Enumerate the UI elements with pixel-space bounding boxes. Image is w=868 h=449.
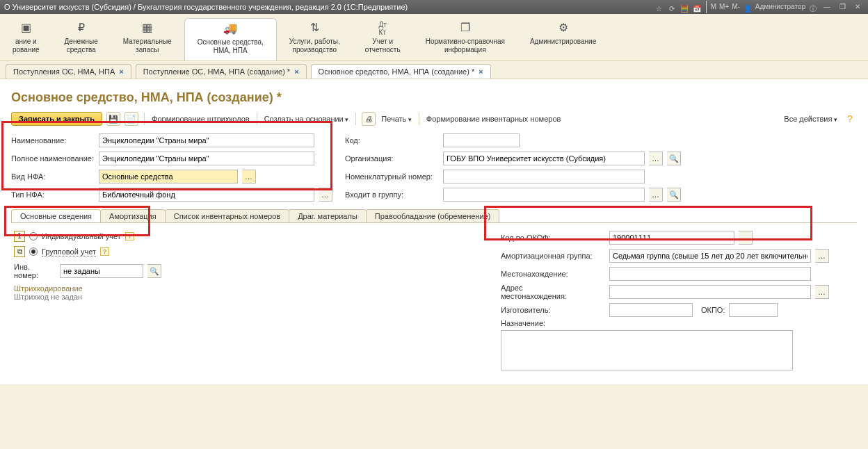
- label-fullname: Полное наименование:: [11, 154, 95, 163]
- barcode-button[interactable]: Формирование штрихкодов: [150, 113, 251, 124]
- inner-tabs: Основные сведения Амортизация Список инв…: [11, 209, 857, 223]
- user-name[interactable]: Администратор: [755, 0, 805, 14]
- address-input[interactable]: [609, 285, 811, 299]
- ellipsis-button[interactable]: …: [739, 231, 753, 245]
- location-input[interactable]: [609, 267, 811, 281]
- label-tip-nfa: Тип НФА:: [11, 190, 95, 199]
- close-icon[interactable]: ×: [119, 67, 123, 76]
- doc-tab-0[interactable]: Поступления ОС, НМА, НПА×: [6, 64, 131, 79]
- ellipsis-button[interactable]: …: [649, 188, 663, 202]
- memory-mminus[interactable]: M-: [732, 0, 740, 14]
- calculator-icon[interactable]: 🧮: [680, 2, 689, 12]
- label-address: Адрес местонахождения:: [501, 284, 605, 300]
- help-icon[interactable]: ?: [125, 232, 135, 240]
- document-tabs: Поступления ОС, НМА, НПА× Поступление ОС…: [0, 61, 868, 79]
- ellipsis-button[interactable]: …: [815, 285, 829, 299]
- code-input[interactable]: [443, 133, 520, 147]
- module-cash[interactable]: ₽Денежные средства: [52, 18, 111, 60]
- search-icon[interactable]: 🔍: [147, 264, 161, 278]
- save-close-button[interactable]: Записать и закрыть: [11, 112, 102, 126]
- radio-group[interactable]: [29, 247, 38, 256]
- label-location: Местонахождение:: [501, 270, 605, 278]
- calendar-icon[interactable]: 📅: [692, 2, 702, 12]
- label-individual: Индивидуальный учет: [42, 232, 121, 240]
- user-icon: 👤: [743, 2, 753, 12]
- radio-individual[interactable]: [29, 232, 38, 240]
- label-vid-nfa: Вид НФА:: [11, 172, 95, 181]
- memory-m[interactable]: M: [711, 0, 716, 14]
- vid-nfa-input[interactable]: [99, 170, 238, 183]
- ellipsis-button[interactable]: …: [319, 188, 332, 202]
- doc-tab-1[interactable]: Поступление ОС, НМА, НПА (создание) *×: [136, 64, 307, 79]
- inv-num-input[interactable]: [60, 264, 143, 278]
- label-group[interactable]: Групповой учет: [42, 247, 96, 256]
- all-actions-button[interactable]: Все действия: [782, 113, 839, 124]
- tip-nfa-input[interactable]: [99, 188, 314, 202]
- nomen-input[interactable]: [443, 170, 645, 183]
- inv-numbers-button[interactable]: Формирование инвентарных номеров: [425, 113, 563, 124]
- ellipsis-button[interactable]: …: [815, 249, 829, 263]
- ellipsis-button[interactable]: …: [649, 152, 663, 165]
- barcoding-title: Штрихкодирование: [14, 284, 250, 293]
- modules-toolbar: ▣ание и рование ₽Денежные средства ▦Мате…: [0, 14, 868, 61]
- create-on-basis-button[interactable]: Создать на основании: [263, 113, 351, 124]
- minimize-button[interactable]: —: [821, 0, 833, 14]
- org-input[interactable]: [443, 152, 645, 165]
- label-okpo: ОКПО:: [701, 306, 725, 314]
- close-window-button[interactable]: ✕: [851, 0, 864, 14]
- window-title: О Университет искусств (Субсидия) / Бухг…: [4, 0, 408, 14]
- maximize-button[interactable]: ❐: [836, 0, 849, 14]
- help-icon[interactable]: ?: [843, 112, 857, 126]
- ellipsis-button[interactable]: …: [242, 170, 256, 183]
- page-title: Основное средство, НМА, НПА (создание) *: [11, 90, 857, 105]
- maker-input[interactable]: [609, 303, 693, 317]
- module-fixed-assets[interactable]: 🚚Основные средства, НМА, НПА: [184, 18, 277, 60]
- mode-group-icon: ⧉: [14, 246, 25, 257]
- close-icon[interactable]: ×: [294, 67, 298, 76]
- tab-rights[interactable]: Правообладание (обременение): [366, 209, 500, 222]
- history-icon[interactable]: ⟳: [667, 2, 677, 12]
- label-maker: Изготовитель:: [501, 306, 605, 314]
- label-okof: Код по ОКОФ:: [501, 234, 605, 242]
- okpo-input[interactable]: [729, 303, 778, 317]
- favorite-icon[interactable]: ☆: [654, 2, 664, 12]
- label-nomen: Номенклатурный номер:: [345, 172, 439, 181]
- memory-mplus[interactable]: M+: [719, 0, 729, 14]
- save-icon-button[interactable]: 💾: [106, 112, 120, 126]
- print-icon[interactable]: 🖨: [362, 112, 376, 126]
- module-admin[interactable]: ⚙Администрирование: [517, 18, 609, 60]
- window-titlebar: О Университет искусств (Субсидия) / Бухг…: [0, 0, 868, 14]
- module-0[interactable]: ▣ание и рование: [0, 18, 52, 60]
- label-inv-num: Инв. номер:: [14, 263, 56, 279]
- mode-1-icon: 1: [14, 231, 25, 242]
- search-icon[interactable]: 🔍: [667, 152, 681, 165]
- module-accounting[interactable]: ДтКтУчет и отчетность: [353, 18, 413, 60]
- amort-group-input[interactable]: [609, 249, 811, 263]
- name-input[interactable]: [99, 133, 314, 147]
- search-icon[interactable]: 🔍: [667, 188, 681, 202]
- ingroup-input[interactable]: [443, 188, 645, 202]
- tab-precious[interactable]: Драг. материалы: [289, 209, 367, 222]
- barcoding-status: Штрихкод не задан: [14, 293, 250, 301]
- module-materials[interactable]: ▦Материальные запасы: [111, 18, 184, 60]
- purpose-textarea[interactable]: [501, 330, 793, 370]
- fullname-input[interactable]: [99, 152, 314, 165]
- print-button[interactable]: Печать: [380, 113, 413, 124]
- module-services[interactable]: ⇅Услуги, работы, производство: [277, 18, 353, 60]
- label-code: Код:: [345, 136, 439, 145]
- label-purpose: Назначение:: [501, 319, 605, 327]
- module-reference[interactable]: ❐Нормативно-справочная информация: [413, 18, 517, 60]
- action-bar: Записать и закрыть 💾 📄 Формирование штри…: [11, 112, 857, 126]
- close-icon[interactable]: ×: [479, 67, 483, 76]
- doc-tab-2[interactable]: Основное средство, НМА, НПА (создание) *…: [311, 64, 491, 79]
- tab-inv-list[interactable]: Список инвентарных номеров: [165, 209, 289, 222]
- tab-main-info[interactable]: Основные сведения: [11, 209, 101, 222]
- tab-amortization[interactable]: Амортизация: [100, 209, 166, 222]
- label-org: Организация:: [345, 154, 439, 163]
- label-amort-group: Амортизационная группа:: [501, 252, 605, 260]
- doc-icon-button[interactable]: 📄: [124, 112, 138, 126]
- label-ingroup: Входит в группу:: [345, 190, 439, 199]
- info-icon[interactable]: ⓘ: [808, 2, 818, 12]
- okof-input[interactable]: [609, 231, 734, 245]
- help-icon[interactable]: ?: [100, 247, 110, 256]
